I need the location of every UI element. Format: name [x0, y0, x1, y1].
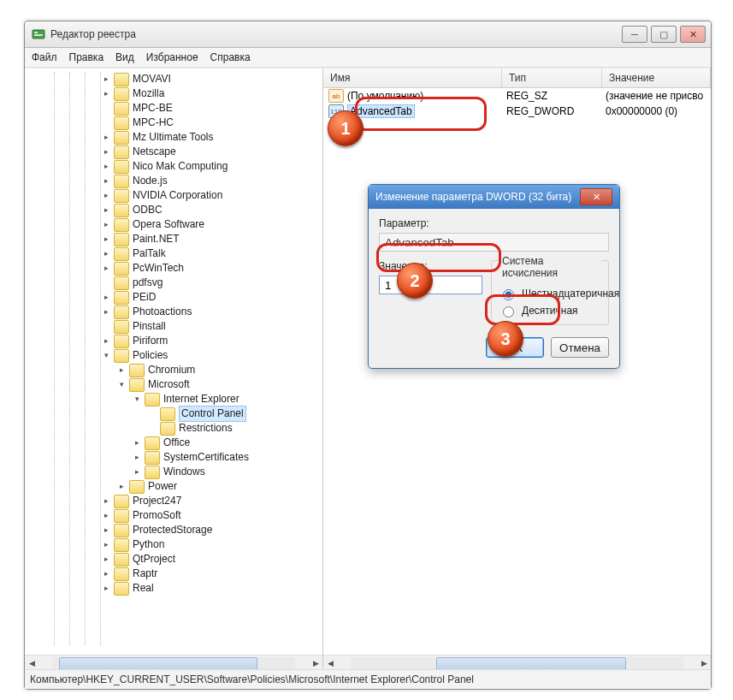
tree-node[interactable]: ▸PEiD	[25, 290, 322, 305]
value-input[interactable]	[379, 276, 482, 294]
radio-dec-input[interactable]	[503, 306, 514, 317]
expand-icon[interactable]: ▸	[102, 584, 111, 593]
dialog-close-button[interactable]: ✕	[580, 188, 612, 205]
expand-icon[interactable]: ▸	[102, 293, 111, 302]
scroll-right-icon[interactable]: ▶	[309, 657, 322, 669]
tree-node[interactable]: ▸Piriform	[25, 334, 322, 348]
tree-node[interactable]: Restrictions	[25, 421, 322, 436]
tree-node[interactable]: ▸Project247	[25, 494, 322, 508]
expand-icon[interactable]: ▸	[117, 365, 127, 375]
menu-help[interactable]: Справка	[210, 51, 251, 63]
tree-node[interactable]: ▸MOVAVI	[25, 72, 322, 86]
tree-node[interactable]: ▸Mozilla	[25, 86, 322, 101]
expand-icon[interactable]: ▸	[102, 89, 111, 98]
tree-node[interactable]: ▸SystemCertificates	[25, 450, 322, 465]
tree-node[interactable]: ▸ProtectedStorage	[25, 523, 322, 537]
menu-edit[interactable]: Правка	[69, 51, 104, 63]
tree-node[interactable]: Control Panel	[25, 406, 322, 421]
expand-icon[interactable]: ▸	[133, 438, 142, 448]
expand-icon[interactable]: ▸	[102, 569, 111, 578]
collapse-icon[interactable]: ▾	[133, 394, 142, 404]
tree-node[interactable]: ▸Power	[25, 479, 322, 494]
tree-node[interactable]: ▸Chromium	[25, 363, 322, 377]
tree-node[interactable]: ▸Python	[25, 537, 322, 552]
expand-icon[interactable]: ▸	[102, 191, 111, 200]
expand-icon[interactable]: ▸	[102, 249, 111, 258]
radio-hex-input[interactable]	[503, 289, 514, 300]
list-row[interactable]: 110AdvancedTabREG_DWORD0x00000000 (0)	[323, 104, 711, 119]
expand-icon[interactable]: ▸	[102, 74, 111, 84]
radio-dec[interactable]: Десятичная	[499, 304, 601, 317]
tree-node[interactable]: MPC-HC	[25, 116, 322, 130]
collapse-icon[interactable]: ▾	[117, 380, 127, 389]
col-name[interactable]: Имя	[323, 68, 502, 87]
expand-icon[interactable]: ▸	[102, 307, 111, 317]
col-value[interactable]: Значение	[602, 68, 711, 87]
col-type[interactable]: Тип	[502, 68, 602, 87]
expand-icon[interactable]: ▸	[102, 511, 111, 520]
expand-icon[interactable]: ▸	[102, 162, 111, 171]
tree-node-label: ProtectedStorage	[133, 523, 212, 537]
expand-icon[interactable]: ▸	[133, 453, 142, 462]
tree-node-label: Chromium	[148, 363, 195, 377]
expand-icon[interactable]: ▸	[102, 264, 111, 273]
expand-icon[interactable]: ▸	[102, 540, 111, 549]
tree-node[interactable]: ▸Paint.NET	[25, 232, 322, 246]
expand-icon[interactable]: ▸	[133, 467, 142, 477]
tree-node[interactable]: ▾Internet Explorer	[25, 392, 322, 406]
list-header[interactable]: Имя Тип Значение	[323, 68, 711, 88]
list-row[interactable]: ab(По умолчанию)REG_SZ(значение не присв…	[323, 88, 711, 104]
minimize-button[interactable]: ─	[622, 26, 647, 43]
tree-node[interactable]: ▸Mz Ultimate Tools	[25, 130, 322, 145]
tree-node[interactable]: pdfsvg	[25, 276, 322, 290]
tree-node[interactable]: ▾Policies	[25, 348, 322, 363]
radio-hex[interactable]: Шестнадцатеричная	[499, 287, 601, 300]
dialog-titlebar[interactable]: Изменение параметра DWORD (32 бита) ✕	[369, 185, 619, 209]
menu-favorites[interactable]: Избранное	[146, 51, 198, 63]
tree-node[interactable]: ▸Nico Mak Computing	[25, 159, 322, 174]
tree-node[interactable]: ▸Raptr	[25, 567, 322, 581]
folder-icon	[114, 291, 129, 305]
tree-node[interactable]: ▸PromoSoft	[25, 508, 322, 523]
folder-icon	[114, 320, 129, 334]
tree-node[interactable]: ▸Windows	[25, 465, 322, 479]
tree-node[interactable]: ▸Node.js	[25, 174, 322, 188]
scroll-left-icon[interactable]: ◀	[25, 657, 38, 669]
expand-icon[interactable]: ▸	[102, 133, 111, 142]
tree-node[interactable]: ▾Microsoft	[25, 377, 322, 392]
scroll-left-icon[interactable]: ◀	[323, 657, 337, 669]
menu-view[interactable]: Вид	[115, 51, 134, 63]
expand-icon[interactable]: ▸	[102, 555, 111, 564]
expand-icon[interactable]: ▸	[117, 482, 127, 491]
expand-icon[interactable]: ▸	[102, 336, 111, 346]
tree-node[interactable]: ▸Opera Software	[25, 217, 322, 232]
expand-icon[interactable]: ▸	[102, 147, 111, 157]
tree-pane[interactable]: ▸MOVAVI▸MozillaMPC-BEMPC-HC▸Mz Ultimate …	[25, 68, 323, 671]
maximize-button[interactable]: ▢	[651, 26, 677, 43]
cancel-button[interactable]: Отмена	[551, 337, 609, 358]
expand-icon[interactable]: ▸	[102, 496, 111, 506]
tree-node[interactable]: ▸PcWinTech	[25, 261, 322, 276]
collapse-icon[interactable]: ▾	[102, 351, 111, 360]
expand-icon[interactable]: ▸	[102, 205, 111, 215]
tree-node[interactable]: Pinstall	[25, 319, 322, 334]
ok-button[interactable]: ОК	[486, 337, 544, 358]
menu-file[interactable]: Файл	[32, 51, 57, 63]
expand-icon[interactable]: ▸	[102, 176, 111, 186]
tree-node[interactable]: ▸QtProject	[25, 552, 322, 567]
list-pane: Имя Тип Значение ab(По умолчанию)REG_SZ(…	[323, 68, 711, 671]
tree-node[interactable]: ▸Photoactions	[25, 305, 322, 319]
expand-icon[interactable]: ▸	[102, 220, 111, 229]
close-button[interactable]: ✕	[680, 26, 706, 43]
titlebar[interactable]: Редактор реестра ─ ▢ ✕	[25, 21, 711, 48]
tree-node[interactable]: ▸ODBC	[25, 203, 322, 217]
tree-node[interactable]: ▸NVIDIA Corporation	[25, 188, 322, 203]
expand-icon[interactable]: ▸	[102, 234, 111, 244]
tree-node[interactable]: ▸Office	[25, 436, 322, 450]
tree-node[interactable]: ▸Real	[25, 581, 322, 596]
tree-node[interactable]: MPC-BE	[25, 101, 322, 116]
scroll-right-icon[interactable]: ▶	[697, 657, 711, 669]
tree-node[interactable]: ▸PalTalk	[25, 246, 322, 261]
expand-icon[interactable]: ▸	[102, 525, 111, 535]
tree-node[interactable]: ▸Netscape	[25, 145, 322, 159]
